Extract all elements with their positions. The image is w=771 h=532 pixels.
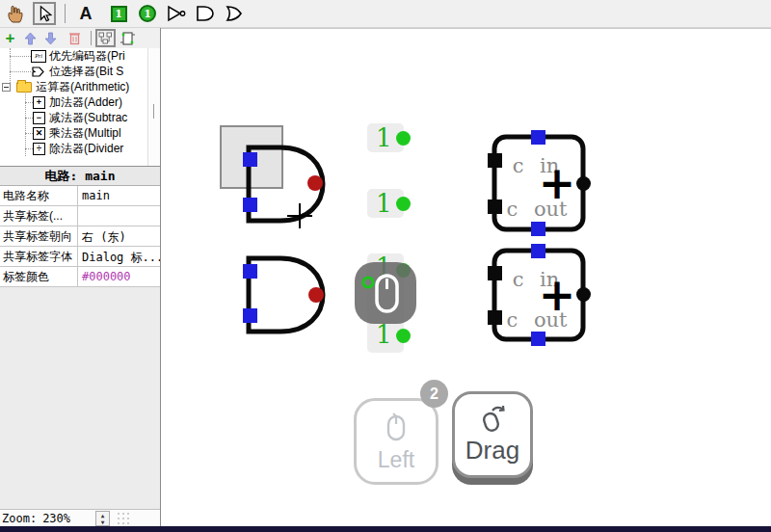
edit-tool-button[interactable] — [33, 2, 56, 25]
property-row: 标签颜色 #000000 — [0, 267, 160, 287]
main-toolbar: A 1 1 — [0, 0, 771, 28]
adder2-cout-label: c out — [493, 308, 580, 332]
adder1-input-a-pin[interactable] — [488, 153, 502, 168]
move-down-button[interactable] — [42, 30, 59, 46]
adder2-output-port[interactable] — [576, 287, 591, 302]
gate1-output-port[interactable] — [307, 175, 323, 191]
tree-item-multiplier[interactable]: ✕ 乘法器(Multipl — [0, 125, 160, 141]
tree-item-priority-encoder[interactable]: Pri 优先编码器(Pri — [0, 48, 160, 64]
adder1-output-port[interactable] — [576, 176, 591, 191]
move-up-button[interactable] — [22, 30, 39, 46]
tree-item-arithmetic-folder[interactable]: 运算器(Arithmetic) — [0, 79, 160, 94]
tree-stub — [25, 102, 33, 103]
arrow-down-icon — [44, 32, 57, 45]
hierarchy-view-button[interactable] — [95, 29, 116, 47]
tree-stub — [25, 133, 33, 134]
property-row: 电路名称 main — [0, 186, 160, 206]
delete-circuit-button[interactable] — [66, 30, 83, 46]
tree-item-label: 位选择器(Bit S — [49, 64, 123, 80]
bottom-window-strip — [0, 526, 771, 532]
tree-item-label: 运算器(Arithmetic) — [36, 79, 129, 95]
zoom-value[interactable]: 230% — [42, 512, 70, 525]
gate2-input-pin-top[interactable] — [243, 264, 257, 279]
adder1-cout-pin[interactable] — [531, 222, 545, 236]
input-pin-4-value[interactable]: 1 — [376, 322, 392, 347]
tree-item-label: 减法器(Subtrac — [49, 110, 127, 126]
tree-scrollbar-thumb[interactable] — [153, 104, 154, 119]
tree-item-adder[interactable]: + 加法器(Adder) — [0, 94, 160, 110]
input-pin-4-port[interactable] — [396, 329, 411, 343]
properties-panel: 电路: main 电路名称 main 共享标签(... 共享标签朝向 右 (东)… — [0, 166, 160, 287]
zoom-spinner[interactable]: ▲ ▼ — [95, 511, 110, 526]
zoom-bar: Zoom: 230% ▲ ▼ — [0, 509, 160, 526]
adder-icon: + — [33, 96, 45, 109]
circuit-view-button[interactable] — [120, 30, 136, 46]
tree-item-label: 加法器(Adder) — [49, 94, 122, 111]
multiplier-icon: ✕ — [33, 127, 45, 140]
cursor-icon — [36, 5, 53, 22]
arrow-up-icon — [24, 32, 37, 45]
not-gate-tool-button[interactable] — [165, 2, 188, 25]
text-tool-button[interactable]: A — [74, 2, 97, 25]
property-label: 电路名称 — [0, 186, 77, 205]
gate2-output-port[interactable] — [308, 287, 324, 303]
bit-selector-icon — [31, 66, 45, 78]
tree-item-divider[interactable]: ÷ 除法器(Divider — [0, 141, 160, 156]
tree-stub — [25, 148, 33, 149]
tree-item-bit-selector[interactable]: 位选择器(Bit S — [0, 64, 160, 79]
adder2-input-a-pin[interactable] — [488, 266, 502, 280]
tree-stub — [10, 71, 31, 72]
trash-icon — [68, 31, 81, 45]
poke-tool-button[interactable] — [4, 2, 27, 25]
property-label: 标签颜色 — [0, 267, 77, 286]
left-click-key-overlay: Left — [354, 398, 439, 485]
mouse-drag-icon — [478, 405, 507, 434]
adder2-cout-pin[interactable] — [531, 332, 545, 346]
gate1-input-pin-bottom[interactable] — [243, 198, 257, 212]
input-pin-2-port[interactable] — [396, 197, 411, 211]
input-pin-1-value[interactable]: 1 — [376, 125, 392, 150]
gate1-input-pin-top[interactable] — [243, 152, 257, 167]
input-pin-tool-button[interactable]: 1 — [107, 2, 130, 25]
tree-item-subtractor[interactable]: − 减法器(Subtrac — [0, 110, 160, 125]
divider-icon: ÷ — [33, 143, 45, 155]
text-tool-icon: A — [80, 4, 93, 24]
property-value[interactable]: 右 (东) — [77, 226, 160, 246]
output-pin-icon: 1 — [139, 5, 156, 22]
property-value[interactable]: Dialog 标... — [77, 247, 160, 266]
and-gate-icon — [194, 4, 217, 23]
hand-icon — [5, 3, 26, 24]
property-value[interactable] — [77, 206, 160, 226]
property-row: 共享标签朝向 右 (东) — [0, 226, 160, 247]
collapse-icon[interactable] — [2, 83, 11, 92]
tree-scrollbar[interactable] — [147, 48, 160, 166]
input-pin-2-value[interactable]: 1 — [376, 191, 392, 216]
or-gate-tool-button[interactable] — [223, 2, 246, 25]
spinner-up-icon[interactable]: ▲ — [96, 512, 109, 519]
property-value[interactable]: #000000 — [77, 267, 160, 286]
not-gate-icon — [165, 4, 188, 23]
subtractor-icon: − — [33, 112, 45, 124]
spinner-down-icon[interactable]: ▼ — [96, 519, 109, 525]
gate2-input-pin-bottom[interactable] — [243, 308, 257, 323]
adder2-cin-pin[interactable] — [531, 244, 545, 258]
tree-item-label: 除法器(Divider — [49, 141, 123, 157]
component-explorer: Pri 优先编码器(Pri 位选择器(Bit S 运算器(Arithmetic)… — [0, 48, 160, 166]
property-value[interactable]: main — [77, 186, 160, 205]
input-pin-icon: 1 — [111, 6, 127, 22]
mouse-icon — [355, 262, 416, 324]
output-pin-tool-button[interactable]: 1 — [136, 2, 159, 25]
input-pin-1-port[interactable] — [396, 131, 411, 146]
adder2-input-b-pin[interactable] — [488, 310, 502, 325]
double-click-count-badge: 2 — [420, 380, 448, 408]
add-circuit-button[interactable]: + — [2, 30, 18, 46]
and-gate-tool-button[interactable] — [194, 2, 217, 25]
resize-grip-icon[interactable] — [116, 511, 132, 526]
adder1-input-b-pin[interactable] — [488, 200, 502, 214]
property-label: 共享标签朝向 — [0, 226, 77, 246]
app-window: A 1 1 + — [0, 0, 771, 532]
mouse-click-overlay — [355, 262, 416, 324]
adder1-cin-pin[interactable] — [531, 130, 545, 145]
priority-encoder-icon: Pri — [31, 50, 46, 63]
project-toolbar: + — [0, 28, 160, 48]
